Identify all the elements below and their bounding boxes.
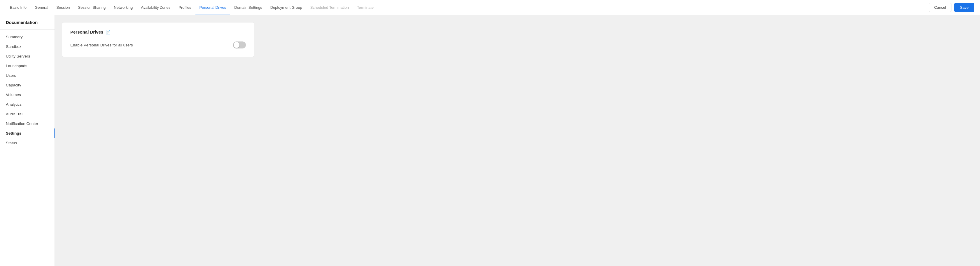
top-nav-actions: Cancel Save [929, 3, 974, 12]
top-nav-tab-session[interactable]: Session [52, 0, 74, 15]
top-nav-tab-availability-zones[interactable]: Availability Zones [137, 0, 174, 15]
top-nav-tabs: Basic InfoGeneralSessionSession SharingN… [6, 0, 929, 15]
sidebar-item-volumes[interactable]: Volumes [0, 90, 54, 99]
top-nav-tab-networking[interactable]: Networking [110, 0, 137, 15]
sidebar-title: Documentation [0, 20, 54, 30]
sidebar-item-notification-center[interactable]: Notification Center [0, 119, 54, 128]
top-nav-tab-profiles[interactable]: Profiles [174, 0, 195, 15]
main-layout: Documentation SummarySandboxUtility Serv… [0, 15, 980, 266]
sidebar-item-launchpads[interactable]: Launchpads [0, 61, 54, 71]
top-nav-tab-domain-settings[interactable]: Domain Settings [230, 0, 266, 15]
top-nav-tab-terminate[interactable]: Terminate [353, 0, 378, 15]
sidebar-item-capacity[interactable]: Capacity [0, 80, 54, 90]
top-nav-tab-basic-info[interactable]: Basic Info [6, 0, 30, 15]
top-nav-tab-session-sharing[interactable]: Session Sharing [74, 0, 110, 15]
document-icon: 📄 [106, 30, 111, 34]
toggle-row: Enable Personal Drives for all users [70, 40, 246, 50]
card-title: Personal Drives 📄 [70, 29, 246, 34]
toggle-label: Enable Personal Drives for all users [70, 43, 133, 47]
top-nav-tab-general[interactable]: General [30, 0, 52, 15]
personal-drives-card: Personal Drives 📄 Enable Personal Drives… [62, 22, 255, 57]
sidebar-item-sandbox[interactable]: Sandbox [0, 42, 54, 51]
sidebar-item-analytics[interactable]: Analytics [0, 99, 54, 109]
sidebar-item-users[interactable]: Users [0, 71, 54, 80]
top-nav: Basic InfoGeneralSessionSession SharingN… [0, 0, 980, 15]
top-nav-tab-personal-drives[interactable]: Personal Drives [196, 0, 231, 15]
sidebar-item-settings[interactable]: Settings [0, 128, 54, 138]
content-area: Personal Drives 📄 Enable Personal Drives… [55, 15, 980, 266]
enable-personal-drives-toggle[interactable] [233, 42, 246, 48]
top-nav-tab-scheduled-termination[interactable]: Scheduled Termination [306, 0, 353, 15]
cancel-button[interactable]: Cancel [929, 3, 951, 12]
sidebar-item-status[interactable]: Status [0, 138, 54, 148]
sidebar-item-audit-trail[interactable]: Audit Trail [0, 109, 54, 119]
sidebar: Documentation SummarySandboxUtility Serv… [0, 15, 55, 266]
card-title-text: Personal Drives [70, 29, 103, 34]
top-nav-tab-deployment-group[interactable]: Deployment Group [266, 0, 306, 15]
save-button[interactable]: Save [955, 3, 974, 12]
sidebar-item-utility-servers[interactable]: Utility Servers [0, 51, 54, 61]
sidebar-item-summary[interactable]: Summary [0, 32, 54, 42]
